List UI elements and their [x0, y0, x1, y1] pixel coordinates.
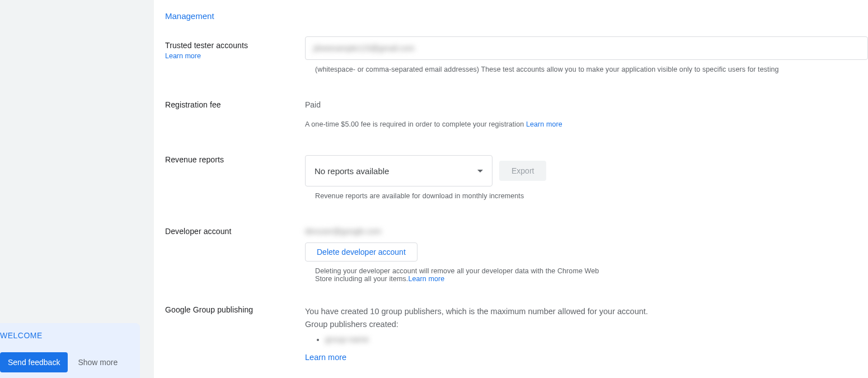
management-section-header: Management	[165, 11, 868, 21]
welcome-actions: Send feedback Show more	[0, 352, 131, 372]
welcome-title: WELCOME	[0, 331, 131, 340]
send-feedback-button[interactable]: Send feedback	[0, 352, 68, 372]
group-publisher-item: group-name	[325, 333, 868, 346]
registration-fee-helper: A one-time $5.00 fee is required in orde…	[305, 120, 868, 128]
developer-account-row: Developer account devuser@google.com Del…	[165, 227, 868, 283]
trusted-tester-input[interactable]: jdoeexample123@gmail.com	[305, 36, 868, 60]
revenue-reports-label: Revenue reports	[165, 155, 305, 164]
revenue-reports-select[interactable]: No reports available	[305, 155, 492, 186]
group-publishing-line2: Group publishers created:	[305, 318, 868, 331]
registration-fee-value: Paid	[305, 100, 868, 109]
group-publishing-row: Google Group publishing You have created…	[165, 305, 868, 364]
export-button[interactable]: Export	[499, 161, 546, 181]
main-content: Management Trusted tester accounts Learn…	[154, 0, 868, 378]
revenue-select-value: No reports available	[315, 166, 389, 176]
group-learn-more-link[interactable]: Learn more	[305, 351, 346, 364]
group-publishing-body: You have created 10 group publishers, wh…	[305, 305, 868, 364]
trusted-tester-label: Trusted tester accounts	[165, 41, 305, 50]
sidebar: WELCOME Send feedback Show more	[0, 0, 154, 378]
trusted-tester-row: Trusted tester accounts Learn more jdoee…	[165, 41, 868, 73]
revenue-helper: Revenue reports are available for downlo…	[315, 192, 868, 200]
registration-fee-label: Registration fee	[165, 100, 305, 109]
developer-account-label: Developer account	[165, 227, 305, 236]
trusted-tester-learn-more-link[interactable]: Learn more	[165, 52, 305, 60]
group-publishing-line1: You have created 10 group publishers, wh…	[305, 305, 868, 318]
trusted-tester-value: jdoeexample123@gmail.com	[313, 44, 415, 53]
registration-fee-row: Registration fee Paid A one-time $5.00 f…	[165, 100, 868, 128]
show-more-button[interactable]: Show more	[78, 358, 118, 367]
developer-learn-more-link[interactable]: Learn more	[408, 275, 444, 283]
developer-delete-helper: Deleting your developer account will rem…	[315, 267, 617, 283]
developer-email: devuser@google.com	[305, 227, 868, 236]
revenue-reports-row: Revenue reports No reports available Exp…	[165, 155, 868, 200]
group-publishing-label: Google Group publishing	[165, 305, 305, 314]
chevron-down-icon	[477, 170, 483, 172]
trusted-tester-helper: (whitespace- or comma-separated email ad…	[315, 66, 868, 73]
registration-learn-more-link[interactable]: Learn more	[526, 120, 562, 128]
delete-developer-button[interactable]: Delete developer account	[305, 242, 417, 262]
welcome-card: WELCOME Send feedback Show more	[0, 323, 140, 378]
